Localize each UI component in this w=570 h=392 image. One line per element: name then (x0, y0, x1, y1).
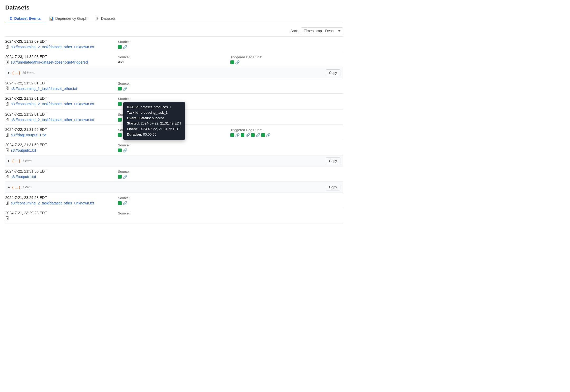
source-label: Source: (118, 97, 231, 101)
event-main: 2024-7-22, 21:32:01 EDT 🗄 s3://consuming… (5, 96, 118, 106)
source-col: Source: 🔗 (118, 195, 231, 205)
triggered-col (230, 39, 343, 40)
source-icons: 🔗 (118, 133, 231, 137)
event-main: 2024-7-22, 21:32:01 EDT 🗄 s3://consuming… (5, 81, 118, 91)
event-row: 2024-7-23, 11:32:09 EDT 🗄 s3://consuming… (5, 37, 343, 52)
dataset-db-icon: 🗄 (5, 201, 9, 205)
dataset-link[interactable]: s3://consuming_2_task/dataset_other_unkn… (11, 45, 94, 49)
chevron-right-icon: ▶ (8, 159, 10, 162)
dataset-db-icon: 🗄 (5, 133, 9, 137)
event-dataset: 🗄 s3://consuming_1_task/dataset_other.tx… (5, 86, 118, 91)
dataset-events-icon: 🗓 (9, 16, 13, 21)
collapse-toggle[interactable]: ▶ { ... } 1 item (8, 159, 32, 163)
copy-button[interactable]: Copy (326, 157, 340, 164)
event-main: 2024-7-22, 21:31:50 EDT 🗄 s3://output/1.… (5, 169, 118, 179)
triggered-col (230, 81, 343, 82)
triggered-col (230, 211, 343, 211)
green-status-icon (251, 133, 255, 137)
dataset-link[interactable]: s3://consuming_2_task/dataset_other_unkn… (11, 201, 94, 205)
link-icon[interactable]: 🔗 (266, 133, 270, 137)
source-label: Source: (118, 55, 231, 59)
collapsed-brace: { ... } (12, 71, 20, 75)
source-icons: 🔗 (118, 87, 231, 91)
event-timestamp: 2024-7-23, 11:32:03 EDT (5, 55, 118, 59)
sort-select[interactable]: Timestamp - Desc Timestamp - Asc (301, 27, 343, 34)
tab-datasets[interactable]: 🗄 Datasets (92, 14, 119, 23)
green-status-icon (118, 118, 122, 122)
triggered-col: Triggered Dag Runs: 🔗 🔗 🔗 🔗 (230, 127, 343, 137)
collapsed-row: ▶ { ... } 1 item Copy (5, 182, 343, 193)
green-status-icon (118, 87, 122, 90)
link-icon[interactable]: 🔗 (123, 118, 127, 122)
collapsed-count: 16 items (22, 71, 35, 75)
green-status-icon (241, 133, 244, 137)
green-status-icon (118, 45, 122, 49)
source-col: Source: 🔗 (118, 39, 231, 49)
sort-label: Sort: (290, 29, 298, 33)
event-row: 2024-7-23, 11:32:03 EDT 🗄 s3://unrelated… (5, 52, 343, 67)
event-main: 2024-7-21, 23:29:28 EDT 🗄 (5, 211, 118, 221)
event-dataset: 🗄 s3://consuming_2_task/dataset_other_un… (5, 102, 118, 106)
collapse-toggle[interactable]: ▶ { ... } 16 items (8, 71, 35, 75)
green-status-icon (230, 60, 234, 64)
collapsed-brace: { ... } (12, 185, 20, 189)
event-dataset: 🗄 s3://dag1/output_1.txt (5, 133, 118, 137)
event-dataset: 🗄 s3://consuming_2_task/dataset_other_un… (5, 117, 118, 122)
link-icon[interactable]: 🔗 (235, 60, 240, 64)
link-icon[interactable]: 🔗 (123, 102, 127, 106)
source-icons: 🔗 (118, 118, 231, 122)
source-icons: 🔗 (118, 45, 231, 49)
dataset-link[interactable]: s3://consuming_2_task/dataset_other_unkn… (11, 118, 94, 122)
link-icon[interactable]: 🔗 (123, 133, 127, 137)
event-row: 2024-7-22, 21:31:50 EDT 🗄 s3://output/1.… (5, 140, 343, 155)
dataset-db-icon: 🗄 (5, 174, 9, 179)
link-icon[interactable]: 🔗 (123, 87, 127, 91)
copy-button[interactable]: Copy (326, 184, 340, 190)
collapsed-row: ▶ { ... } 1 item Copy (5, 155, 343, 166)
collapsed-row: ▶ { ... } 16 items Copy (5, 67, 343, 78)
event-dataset: 🗄 (5, 216, 118, 221)
event-row: 2024-7-22, 21:31:55 EDT 🗄 s3://dag1/outp… (5, 125, 343, 140)
green-status-icon (118, 149, 122, 152)
link-icon[interactable]: 🔗 (245, 133, 250, 137)
event-dataset: 🗄 s3://consuming_2_task/dataset_other_un… (5, 45, 118, 49)
dataset-link[interactable]: s3://consuming_2_task/dataset_other_unkn… (11, 102, 94, 106)
triggered-col: Triggered Dag Runs: 🔗 (230, 55, 343, 64)
triggered-label: Triggered Dag Runs: (230, 128, 343, 132)
datasets-icon: 🗄 (96, 16, 99, 21)
source-icons: 🔗 (118, 148, 231, 152)
event-timestamp: 2024-7-22, 21:31:50 EDT (5, 143, 118, 147)
dataset-link[interactable]: s3://output/1.txt (11, 148, 36, 152)
link-icon[interactable]: 🔗 (123, 175, 127, 179)
dataset-link[interactable]: s3://consuming_1_task/dataset_other.txt (11, 87, 77, 91)
link-icon[interactable]: 🔗 (235, 133, 240, 137)
dataset-link[interactable]: s3://output/1.txt (11, 175, 36, 179)
dataset-link[interactable]: s3://dag1/output_1.txt (11, 133, 46, 137)
triggered-col (230, 96, 343, 97)
event-row: 2024-7-22, 21:32:01 EDT 🗄 s3://consuming… (5, 109, 343, 125)
link-icon[interactable]: 🔗 (123, 45, 127, 49)
event-row: 2024-7-22, 21:31:50 EDT 🗄 s3://output/1.… (5, 166, 343, 182)
event-row: 2024-7-22, 21:32:01 EDT 🗄 s3://consuming… (5, 94, 343, 109)
collapse-toggle[interactable]: ▶ { ... } 1 item (8, 185, 32, 189)
link-icon[interactable]: 🔗 (256, 133, 260, 137)
dependency-graph-icon: 📊 (49, 16, 54, 21)
source-label: Source: (118, 128, 231, 132)
event-main: 2024-7-23, 11:32:03 EDT 🗄 s3://unrelated… (5, 55, 118, 64)
source-label: Source: (118, 211, 231, 215)
event-timestamp: 2024-7-22, 21:31:50 EDT (5, 169, 118, 173)
toolbar: Sort: Timestamp - Desc Timestamp - Asc (5, 27, 343, 34)
link-icon[interactable]: 🔗 (123, 201, 127, 205)
green-status-icon (118, 201, 122, 205)
tab-dataset-events[interactable]: 🗓 Dataset Events (5, 14, 44, 23)
collapsed-count: 1 item (22, 159, 31, 163)
copy-button[interactable]: Copy (326, 69, 340, 76)
event-row: 2024-7-21, 23:29:28 EDT 🗄 s3://consuming… (5, 193, 343, 208)
triggered-col (230, 112, 343, 113)
event-timestamp: 2024-7-21, 23:29:28 EDT (5, 195, 118, 200)
dataset-link[interactable]: s3://unrelated/this-dataset-doesnt-get-t… (11, 60, 88, 64)
tab-dependency-graph[interactable]: 📊 Dependency Graph (45, 14, 91, 23)
dataset-db-icon: 🗄 (5, 102, 9, 106)
source-col: Source: 🔗 DAG Id: dataset_produces_1 Tas… (118, 96, 231, 107)
link-icon[interactable]: 🔗 (123, 148, 127, 152)
